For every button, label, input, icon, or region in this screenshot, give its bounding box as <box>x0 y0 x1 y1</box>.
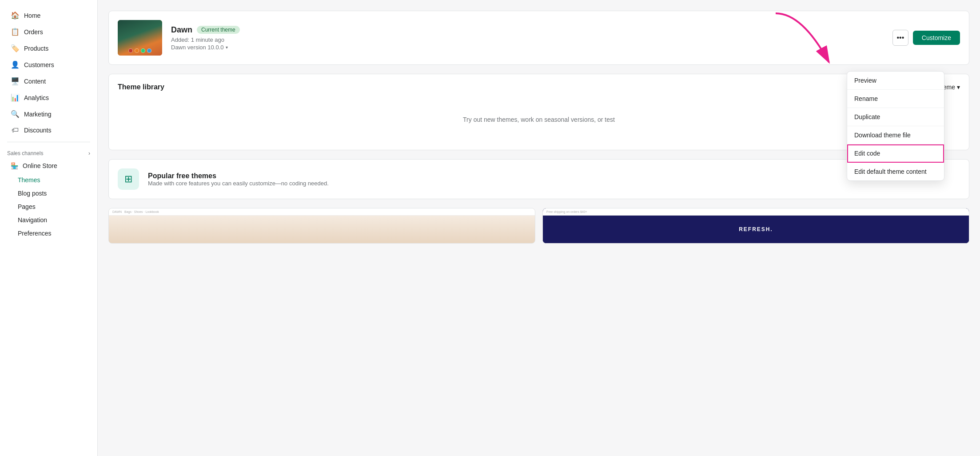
sidebar-sub-pages[interactable]: Pages <box>4 200 94 213</box>
theme-swatches <box>128 48 151 53</box>
theme-version[interactable]: Dawn version 10.0.0 ▾ <box>171 44 884 51</box>
dropdown-menu: Preview Rename Duplicate Download theme … <box>847 71 944 181</box>
content-icon: 🖥️ <box>11 77 20 85</box>
theme-library-header: Theme library Add theme ▾ <box>118 83 960 91</box>
dropdown-item-duplicate[interactable]: Duplicate <box>847 108 944 126</box>
sidebar-item-content[interactable]: 🖥️ Content <box>4 73 94 89</box>
online-store-icon: 🏪 <box>11 162 18 169</box>
sidebar-sub-blog-posts[interactable]: Blog posts <box>4 187 94 200</box>
sidebar-sub-themes[interactable]: Themes <box>4 174 94 186</box>
dropdown-item-rename[interactable]: Rename <box>847 90 944 108</box>
version-chevron-icon: ▾ <box>226 45 228 50</box>
sidebar: 🏠 Home 📋 Orders 🏷️ Products 👤 Customers … <box>0 0 98 456</box>
themes-grid: DAWN Bags · Shoes · Lookbook Free shippi… <box>108 208 969 244</box>
sidebar-divider <box>7 142 90 142</box>
home-icon: 🏠 <box>11 11 20 20</box>
analytics-icon: 📊 <box>11 93 20 102</box>
refresh-preview-bar: Free shipping on orders $40+ <box>543 208 969 216</box>
dawn-preview-bar: DAWN Bags · Shoes · Lookbook <box>109 208 535 216</box>
theme-name: Dawn <box>171 25 192 35</box>
current-theme-card: Dawn Current theme Added: 1 minute ago D… <box>108 11 969 65</box>
dawn-preview-card[interactable]: DAWN Bags · Shoes · Lookbook <box>108 208 535 244</box>
current-theme-badge: Current theme <box>197 26 240 34</box>
popular-themes-section: ⊞ Popular free themes Made with core fea… <box>108 159 969 199</box>
popular-themes-icon: ⊞ <box>118 168 139 190</box>
dropdown-item-edit-default[interactable]: Edit default theme content <box>847 163 944 180</box>
sidebar-item-label: Customers <box>24 61 54 68</box>
sidebar-item-label: Analytics <box>24 94 49 101</box>
products-icon: 🏷️ <box>11 44 20 52</box>
popular-themes-title: Popular free themes <box>148 172 329 180</box>
theme-info: Dawn Current theme Added: 1 minute ago D… <box>171 25 884 51</box>
online-store-label: Online Store <box>23 162 57 169</box>
refresh-preview-body: REFRESH. <box>543 216 969 243</box>
main-content: Dawn Current theme Added: 1 minute ago D… <box>98 0 980 456</box>
theme-library-empty: Try out new themes, work on seasonal ver… <box>118 98 960 141</box>
refresh-logo: REFRESH. <box>739 226 773 232</box>
theme-title-row: Dawn Current theme <box>171 25 884 35</box>
popular-themes-desc: Made with core features you can easily c… <box>148 180 329 187</box>
expand-icon[interactable]: › <box>88 150 90 156</box>
swatch-green <box>141 48 145 53</box>
dropdown-item-edit-code[interactable]: Edit code <box>847 144 944 163</box>
swatch-red <box>128 48 133 53</box>
popular-themes-info: Popular free themes Made with core featu… <box>148 172 329 187</box>
refresh-preview-card[interactable]: Free shipping on orders $40+ REFRESH. <box>542 208 969 244</box>
dropdown-item-preview[interactable]: Preview <box>847 72 944 90</box>
theme-actions: ••• Customize <box>892 30 960 46</box>
sidebar-sub-preferences[interactable]: Preferences <box>4 227 94 240</box>
sidebar-item-label: Products <box>24 45 48 52</box>
sidebar-item-marketing[interactable]: 🔍 Marketing <box>4 106 94 122</box>
sidebar-item-home[interactable]: 🏠 Home <box>4 8 94 23</box>
sidebar-item-products[interactable]: 🏷️ Products <box>4 40 94 56</box>
sidebar-item-discounts[interactable]: 🏷 Discounts <box>4 123 94 138</box>
customers-icon: 👤 <box>11 60 20 69</box>
dropdown-item-download[interactable]: Download theme file <box>847 126 944 144</box>
theme-thumbnail <box>118 20 162 56</box>
sidebar-item-analytics[interactable]: 📊 Analytics <box>4 90 94 105</box>
sidebar-item-customers[interactable]: 👤 Customers <box>4 57 94 72</box>
sidebar-item-orders[interactable]: 📋 Orders <box>4 24 94 40</box>
orders-icon: 📋 <box>11 28 20 36</box>
swatch-blue <box>147 48 151 53</box>
sidebar-item-label: Marketing <box>24 111 51 118</box>
sidebar-item-online-store[interactable]: 🏪 Online Store <box>4 159 94 173</box>
sidebar-item-label: Orders <box>24 28 43 36</box>
sales-channels-section: Sales channels › <box>0 146 97 158</box>
sidebar-sub-navigation[interactable]: Navigation <box>4 214 94 226</box>
more-options-button[interactable]: ••• <box>892 30 908 46</box>
customize-button[interactable]: Customize <box>913 31 960 45</box>
theme-library-card: Theme library Add theme ▾ Try out new th… <box>108 74 969 150</box>
sidebar-item-label: Home <box>24 12 40 19</box>
sidebar-item-label: Content <box>24 78 46 85</box>
chevron-down-icon: ▾ <box>957 84 960 91</box>
theme-library-title: Theme library <box>118 83 164 91</box>
discounts-icon: 🏷 <box>11 126 20 134</box>
marketing-icon: 🔍 <box>11 110 20 118</box>
theme-added: Added: 1 minute ago <box>171 36 884 43</box>
sidebar-item-label: Discounts <box>24 127 51 134</box>
swatch-orange <box>135 48 139 53</box>
